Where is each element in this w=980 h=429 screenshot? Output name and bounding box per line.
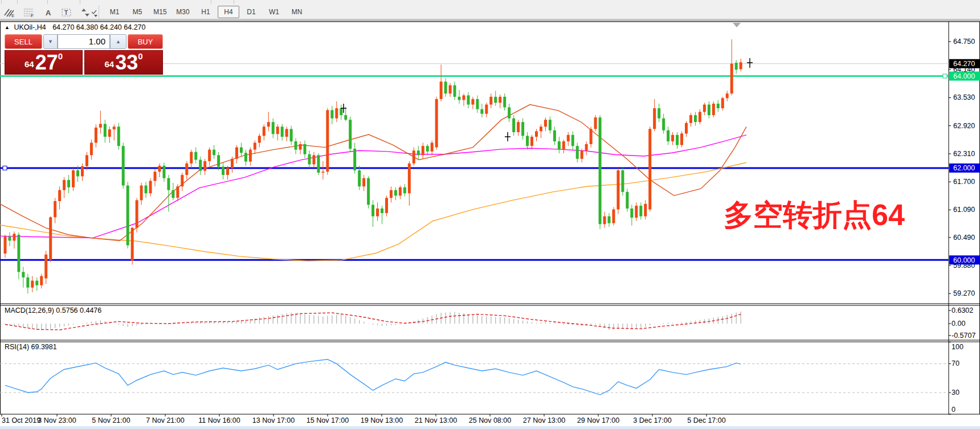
candle bbox=[594, 117, 597, 129]
candle bbox=[222, 167, 224, 175]
candle bbox=[172, 190, 174, 198]
chart-header: ▲ UKOil-,H4 64.270 64.380 64.240 64.270 bbox=[5, 23, 146, 31]
candle bbox=[381, 209, 383, 213]
candle bbox=[154, 171, 157, 181]
candle bbox=[108, 129, 111, 137]
candle bbox=[435, 99, 438, 148]
buy-price-prefix: 64 bbox=[104, 57, 114, 72]
candle bbox=[22, 272, 24, 277]
time-axis-label: 5 Dec 17:00 bbox=[687, 416, 725, 424]
volume-decrease-button[interactable]: ▼ bbox=[43, 34, 58, 49]
candle bbox=[471, 99, 474, 105]
candle bbox=[312, 155, 315, 164]
candle bbox=[95, 128, 97, 143]
candle bbox=[344, 115, 347, 120]
candle bbox=[503, 97, 506, 108]
buy-price-panel[interactable]: 64 33 0 bbox=[84, 50, 163, 75]
candle bbox=[67, 180, 70, 187]
candle bbox=[340, 108, 342, 115]
candle bbox=[480, 109, 483, 114]
candle bbox=[476, 99, 479, 109]
time-axis-label: 13 Nov 17:00 bbox=[252, 416, 295, 424]
price-axis-label: 63.530 bbox=[953, 93, 975, 101]
buy-price-pip: 0 bbox=[138, 52, 142, 60]
candle bbox=[431, 143, 434, 152]
candle bbox=[217, 155, 220, 166]
candle bbox=[612, 210, 615, 223]
candle bbox=[213, 150, 215, 156]
candle bbox=[413, 150, 415, 164]
time-axis-label: 3 Nov 23:00 bbox=[38, 416, 76, 424]
candle bbox=[162, 166, 165, 178]
ohlc-quote-label: 64.270 64.380 64.240 64.270 bbox=[52, 23, 145, 31]
candle bbox=[203, 161, 206, 171]
candle bbox=[721, 98, 724, 108]
rsi-axis-label: 70 bbox=[952, 359, 959, 367]
candle bbox=[658, 108, 660, 119]
rsi-axis-label: 30 bbox=[952, 389, 959, 397]
candle bbox=[26, 277, 29, 288]
candle bbox=[394, 190, 397, 196]
candle bbox=[467, 95, 469, 104]
candle bbox=[85, 155, 88, 166]
volume-increase-button[interactable]: ▲ bbox=[110, 34, 126, 49]
collapse-triangle-icon[interactable]: ▲ bbox=[5, 24, 10, 30]
price-tag-label: 62.000 bbox=[953, 164, 975, 172]
candle bbox=[272, 122, 275, 134]
candle bbox=[399, 187, 402, 196]
candle bbox=[521, 122, 524, 136]
candle bbox=[263, 126, 266, 136]
candle bbox=[708, 105, 710, 116]
candle bbox=[63, 180, 66, 190]
line-handle[interactable] bbox=[943, 74, 947, 78]
candle bbox=[585, 144, 588, 150]
buy-button[interactable]: BUY bbox=[128, 34, 163, 49]
candle bbox=[140, 186, 143, 201]
annotation-text[interactable]: 多空转折点64 bbox=[724, 198, 905, 231]
candle bbox=[4, 236, 7, 254]
candle bbox=[295, 141, 297, 150]
price-axis-label: 59.270 bbox=[953, 289, 975, 297]
price-axis-label: 62.310 bbox=[953, 150, 975, 158]
candle bbox=[126, 186, 129, 246]
candle bbox=[685, 123, 688, 134]
time-axis-label: 15 Nov 17:00 bbox=[307, 416, 349, 424]
candle bbox=[231, 159, 234, 168]
macd-axis-label: 0.6302 bbox=[952, 307, 973, 314]
candle bbox=[730, 64, 733, 93]
time-axis-label: 27 Nov 13:00 bbox=[523, 416, 565, 424]
candle bbox=[54, 201, 56, 217]
candle bbox=[576, 146, 579, 159]
time-axis-label: 11 Nov 16:00 bbox=[198, 416, 240, 424]
candle bbox=[644, 204, 647, 216]
candle bbox=[694, 115, 697, 122]
candle bbox=[508, 107, 511, 118]
candle bbox=[562, 141, 565, 150]
candle bbox=[308, 154, 311, 165]
candle bbox=[190, 152, 193, 164]
sell-button[interactable]: SELL bbox=[5, 34, 42, 49]
symbol-timeframe-label: UKOil-,H4 bbox=[14, 23, 46, 31]
candle bbox=[158, 166, 161, 171]
time-axis-label: 19 Nov 13:00 bbox=[361, 416, 403, 424]
candle bbox=[689, 115, 692, 123]
rsi-label: RSI(14) 69.3981 bbox=[5, 343, 57, 351]
candle bbox=[353, 149, 356, 170]
candle bbox=[535, 131, 538, 137]
line-handle[interactable] bbox=[3, 166, 7, 170]
candle bbox=[240, 148, 243, 153]
candle bbox=[72, 170, 75, 187]
candle bbox=[167, 178, 170, 190]
candle bbox=[304, 144, 307, 154]
volume-input[interactable]: 1.00 bbox=[58, 34, 110, 49]
candle bbox=[494, 97, 497, 103]
candle bbox=[371, 205, 374, 216]
candle bbox=[58, 190, 61, 201]
sell-price-panel[interactable]: 64 27 0 bbox=[5, 50, 83, 75]
candle bbox=[35, 281, 38, 285]
candle bbox=[81, 166, 84, 177]
candle bbox=[485, 105, 488, 114]
candle bbox=[408, 164, 411, 193]
time-axis-label: 29 Nov 17:00 bbox=[577, 416, 619, 424]
candle bbox=[526, 136, 529, 146]
